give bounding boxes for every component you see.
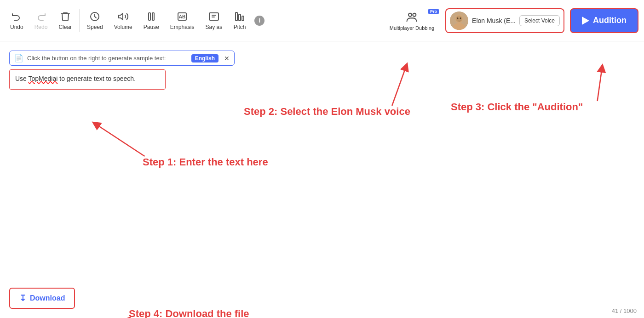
language-badge: English (191, 54, 218, 62)
svg-point-17 (460, 17, 461, 19)
sample-text-label: Click the button on the right to generat… (27, 55, 166, 62)
clear-icon (60, 11, 71, 22)
sample-text-bar: 📄 Click the button on the right to gener… (9, 51, 235, 66)
close-sample-button[interactable]: ✕ (224, 55, 230, 62)
pitch-button[interactable]: Pitch (229, 8, 251, 33)
svg-rect-8 (239, 14, 241, 21)
step2-label: Step 2: Select the Elon Musk voice (244, 106, 410, 118)
multiplayer-dubbing-button[interactable]: Pro Multiplayer Dubbing (384, 8, 440, 34)
multiplayer-icon (405, 11, 418, 23)
svg-rect-3 (152, 13, 154, 20)
info-icon[interactable]: i (254, 16, 264, 26)
step4-label: Step 4: Download the file (129, 308, 249, 318)
doc-icon: 📄 (14, 54, 23, 62)
svg-text:AB: AB (179, 14, 185, 19)
download-icon: ↧ (19, 293, 26, 303)
svg-line-18 (96, 124, 145, 156)
voice-name: Elon Musk (E... (472, 17, 516, 24)
svg-line-19 (392, 67, 406, 106)
svg-rect-2 (149, 13, 150, 20)
emphasis-button[interactable]: AB Emphasis (166, 8, 199, 33)
toolbar-center-group: Speed Volume Pause AB Emphasis (82, 8, 384, 33)
text-input[interactable]: Use TopMediai to generate text to speech… (9, 69, 166, 90)
emphasis-icon: AB (177, 11, 188, 22)
download-button[interactable]: ↧ Download (9, 288, 75, 309)
undo-button[interactable]: Undo (6, 8, 28, 33)
say-as-icon (208, 11, 219, 22)
voice-avatar (450, 11, 468, 30)
pause-button[interactable]: Pause (139, 8, 164, 33)
step3-label: Step 3: Click the "Audition" (451, 101, 583, 113)
svg-marker-1 (119, 13, 123, 20)
voice-selector[interactable]: Elon Musk (E... Select Voice (445, 8, 564, 33)
volume-button[interactable]: Volume (109, 8, 137, 33)
clear-button[interactable]: Clear (54, 8, 76, 33)
select-voice-button[interactable]: Select Voice (519, 15, 560, 26)
text-area-wrapper: 📄 Click the button on the right to gener… (9, 51, 235, 90)
svg-point-16 (457, 17, 459, 19)
pitch-icon (234, 11, 245, 22)
say-as-button[interactable]: Say as (201, 8, 227, 33)
play-icon (582, 17, 589, 25)
svg-rect-9 (242, 16, 244, 21)
character-counter: 41 / 1000 (612, 307, 637, 314)
step1-label: Step 1: Enter the text here (143, 156, 268, 168)
svg-point-11 (413, 13, 416, 16)
toolbar: Undo Redo Clear Speed (0, 0, 644, 41)
main-content: 📄 Click the button on the right to gener… (0, 41, 644, 318)
speed-icon (89, 11, 100, 22)
avatar-image (450, 11, 468, 30)
toolbar-right-group: Pro Multiplayer Dubbing (384, 8, 638, 34)
audition-button[interactable]: Audition (570, 8, 638, 33)
svg-line-20 (598, 68, 602, 101)
undo-icon (11, 11, 22, 22)
pause-icon (146, 11, 157, 22)
svg-rect-7 (236, 12, 237, 21)
toolbar-divider-1 (79, 9, 80, 32)
speed-button[interactable]: Speed (82, 8, 108, 33)
pro-badge: Pro (428, 9, 439, 14)
volume-icon (118, 11, 129, 22)
toolbar-left-group: Undo Redo Clear (6, 8, 76, 33)
svg-point-10 (408, 13, 412, 16)
brand-name: TopMediai (29, 75, 58, 82)
redo-button[interactable]: Redo (30, 8, 52, 33)
redo-icon (35, 11, 46, 22)
